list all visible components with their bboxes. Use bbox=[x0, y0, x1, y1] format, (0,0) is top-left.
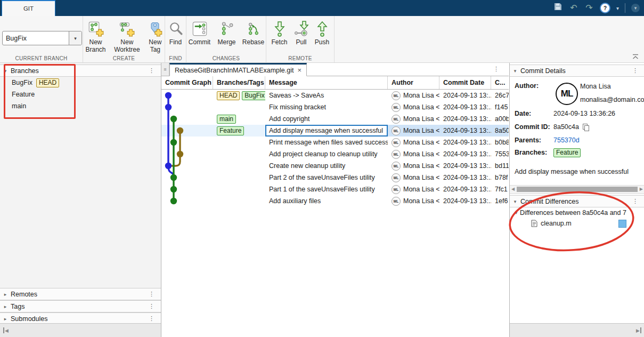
table-row[interactable]: Add project cleanup to cleanup utilityML… bbox=[161, 148, 509, 160]
current-branch-combobox[interactable]: BugFix ▾ bbox=[2, 31, 82, 45]
commit-graph-cell bbox=[161, 148, 213, 160]
collapse-open-icon[interactable]: ▾ bbox=[512, 210, 520, 215]
remotes-kebab-menu-icon[interactable]: ⋮ bbox=[149, 291, 154, 298]
help-dropdown-caret-icon[interactable]: ▾ bbox=[616, 5, 619, 11]
column-header-message[interactable]: Message bbox=[265, 76, 388, 89]
new-worktree-label: New Worktree bbox=[111, 38, 143, 53]
copy-icon[interactable] bbox=[583, 124, 588, 130]
ribbon: BugFix ▾ CURRENT BRANCH New Branch New W… bbox=[0, 16, 644, 63]
table-row[interactable]: HEADBugFixSaveas -> SaveAsMLMona Lisa <2… bbox=[161, 90, 509, 101]
table-row[interactable]: Part 2 of the saveUnsaveFiles utilityMLM… bbox=[161, 172, 509, 183]
message-cell: Part 2 of the saveUnsaveFiles utility bbox=[265, 172, 388, 183]
document-tab-title: RebaseGitBranchInMATLABExample.git bbox=[175, 67, 294, 74]
ribbon-section-label: FIND bbox=[165, 55, 186, 61]
ribbon-section-label: REMOTE bbox=[266, 55, 334, 61]
commit-date-cell: 2024-09-13 13:... bbox=[439, 148, 491, 160]
sidebar-branch-item[interactable]: Feature bbox=[0, 89, 161, 100]
minimize-ribbon-button[interactable] bbox=[632, 54, 640, 60]
close-icon[interactable]: × bbox=[297, 66, 301, 74]
details-horizontal-scrollbar[interactable]: ◀ ▶ bbox=[510, 185, 644, 194]
table-row[interactable]: mainAdd copyrightMLMona Lisa <2024-09-13… bbox=[161, 113, 509, 125]
commit-differences-header[interactable]: ▾ Commit Differences ⋮ bbox=[510, 195, 644, 207]
commit-details-header[interactable]: ▾ Commit Details ⋮ bbox=[510, 65, 644, 77]
table-row[interactable]: Create new cleanup utilityMLMona Lisa <2… bbox=[161, 160, 509, 172]
column-header-commit-date[interactable]: Commit Date bbox=[439, 76, 491, 89]
document-kebab-menu-icon[interactable]: ⋮ bbox=[493, 66, 499, 73]
collapse-closed-icon[interactable]: ▸ bbox=[0, 304, 11, 309]
commit-date-cell: 2024-09-13 13:... bbox=[439, 90, 491, 101]
collapse-closed-icon[interactable]: ▸ bbox=[0, 316, 11, 322]
author-name: Mona Lisa < bbox=[403, 174, 439, 181]
document-bar-menu-icon[interactable]: ≡ bbox=[161, 63, 169, 76]
column-header-author[interactable]: Author bbox=[388, 76, 439, 89]
branches-kebab-menu-icon[interactable]: ⋮ bbox=[149, 67, 154, 74]
commit-differences-kebab-menu-icon[interactable]: ⋮ bbox=[632, 198, 638, 205]
author-name: Mona Lisa < bbox=[403, 139, 439, 146]
differences-group-row[interactable]: ▾ Differences between 8a50c4a and 7 bbox=[510, 207, 644, 218]
commit-date-cell: 2024-09-13 13:... bbox=[439, 195, 491, 207]
message-cell: Print message when files saved successf.… bbox=[265, 137, 388, 148]
author-cell: MLMona Lisa < bbox=[388, 160, 439, 172]
commit-graph-cell bbox=[161, 90, 213, 101]
branch-name: BugFix bbox=[12, 79, 32, 86]
branch-badge: main bbox=[217, 115, 236, 124]
commit-id-cell: b0b8 bbox=[491, 137, 509, 148]
collapse-open-icon[interactable]: ▾ bbox=[510, 68, 520, 74]
commit-graph-cell bbox=[161, 113, 213, 125]
table-row[interactable]: Fix missing bracketMLMona Lisa <2024-09-… bbox=[161, 101, 509, 113]
tags-kebab-menu-icon[interactable]: ⋮ bbox=[149, 303, 154, 310]
diff-compare-icon[interactable] bbox=[618, 220, 626, 228]
remotes-panel-header[interactable]: ▸ Remotes ⋮ bbox=[0, 288, 161, 300]
branches-tags-cell: Feature bbox=[213, 125, 265, 137]
save-icon[interactable] bbox=[553, 0, 563, 16]
document-tab[interactable]: RebaseGitBranchInMATLABExample.git × bbox=[169, 63, 307, 76]
column-header-branches-tags[interactable]: Branches/Tags bbox=[213, 76, 265, 89]
remotes-panel-title: Remotes bbox=[11, 291, 37, 298]
author-name: Mona Lisa < bbox=[403, 115, 439, 123]
ribbon-tab-git[interactable]: GIT bbox=[2, 0, 55, 16]
sidebar-bottom-scrollbar[interactable]: ◀ bbox=[0, 323, 161, 337]
table-row[interactable]: Print message when files saved successf.… bbox=[161, 137, 509, 148]
author-cell: MLMona Lisa < bbox=[388, 183, 439, 195]
collapse-open-icon[interactable]: ▾ bbox=[0, 68, 11, 74]
collapse-left-icon[interactable]: ◀ bbox=[0, 327, 12, 333]
push-label: Push bbox=[315, 38, 329, 46]
scroll-left-icon[interactable]: ◀ bbox=[511, 187, 515, 191]
branches-tags-cell bbox=[213, 148, 265, 160]
diff-file-row[interactable]: cleanup.m bbox=[510, 218, 644, 229]
author-name: Mona Lisa bbox=[580, 83, 641, 90]
message-cell: Add copyright bbox=[265, 113, 388, 125]
branches-panel-header[interactable]: ▾ Branches ⋮ bbox=[0, 65, 161, 77]
head-badge: HEAD bbox=[217, 91, 240, 100]
sidebar-branch-item[interactable]: main bbox=[0, 100, 161, 112]
branch-badge: Feature bbox=[553, 148, 581, 157]
commit-id-cell: 7553 bbox=[491, 148, 509, 160]
table-row[interactable]: Add auxiliary filesMLMona Lisa <2024-09-… bbox=[161, 195, 509, 207]
collapse-closed-icon[interactable]: ▸ bbox=[0, 292, 11, 297]
new-branch-icon bbox=[88, 20, 104, 37]
overflow-menu-icon[interactable]: ▾ bbox=[631, 4, 640, 12]
avatar: ML bbox=[556, 83, 578, 105]
combobox-caret-icon[interactable]: ▾ bbox=[69, 31, 81, 45]
commit-details-kebab-menu-icon[interactable]: ⋮ bbox=[632, 67, 638, 74]
collapse-open-icon[interactable]: ▾ bbox=[510, 199, 520, 204]
tags-panel-header[interactable]: ▸ Tags ⋮ bbox=[0, 300, 161, 312]
column-header-commit-id[interactable]: C... bbox=[491, 76, 509, 89]
details-bottom-scrollbar[interactable]: ▶ bbox=[510, 323, 644, 337]
parent-commit-link[interactable]: 755370d bbox=[553, 137, 644, 144]
author-name: Mona Lisa < bbox=[403, 92, 439, 99]
sidebar-branch-item[interactable]: BugFixHEAD bbox=[0, 77, 161, 89]
redo-icon[interactable]: ↷ bbox=[584, 0, 594, 16]
table-row[interactable]: FeatureAdd display message when successf… bbox=[161, 125, 509, 137]
collapse-right-icon[interactable]: ▶ bbox=[633, 327, 644, 333]
table-row[interactable]: Part 1 of the saveUnsaveFiles utilityMLM… bbox=[161, 183, 509, 195]
undo-icon[interactable]: ↶ bbox=[569, 0, 578, 16]
help-icon[interactable]: ? bbox=[600, 3, 610, 13]
avatar: ML bbox=[392, 103, 401, 112]
scroll-right-icon[interactable]: ▶ bbox=[640, 187, 643, 191]
column-header-commit-graph[interactable]: Commit Graph bbox=[161, 76, 213, 89]
titlebar: GIT ↶ ↷ ? ▾ ▾ bbox=[0, 0, 644, 16]
head-badge: HEAD bbox=[36, 78, 59, 87]
submodules-kebab-menu-icon[interactable]: ⋮ bbox=[149, 315, 154, 322]
scrollbar-thumb[interactable] bbox=[517, 187, 638, 192]
